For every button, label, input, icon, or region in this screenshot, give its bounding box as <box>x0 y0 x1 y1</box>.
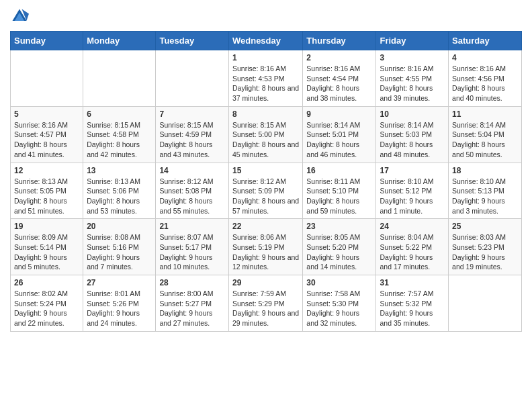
calendar-cell: 1Sunrise: 8:16 AM Sunset: 4:53 PM Daylig… <box>228 50 302 107</box>
day-info: Sunrise: 8:13 AM Sunset: 5:06 PM Dayligh… <box>87 177 152 216</box>
day-number: 9 <box>306 109 372 119</box>
weekday-header-sunday: Sunday <box>11 32 83 50</box>
day-info: Sunrise: 8:16 AM Sunset: 4:55 PM Dayligh… <box>380 64 445 103</box>
weekday-header-wednesday: Wednesday <box>228 32 302 50</box>
day-info: Sunrise: 8:04 AM Sunset: 5:22 PM Dayligh… <box>380 232 445 272</box>
calendar-cell: 17Sunrise: 8:10 AM Sunset: 5:12 PM Dayli… <box>376 163 449 219</box>
calendar-cell: 8Sunrise: 8:15 AM Sunset: 5:00 PM Daylig… <box>228 106 302 163</box>
calendar-week-row: 26Sunrise: 8:02 AM Sunset: 5:24 PM Dayli… <box>11 275 522 332</box>
day-number: 13 <box>87 166 152 175</box>
day-number: 21 <box>159 222 225 231</box>
calendar-cell: 2Sunrise: 8:16 AM Sunset: 4:54 PM Daylig… <box>303 50 376 107</box>
day-info: Sunrise: 8:12 AM Sunset: 5:08 PM Dayligh… <box>159 177 225 216</box>
calendar-cell: 21Sunrise: 8:07 AM Sunset: 5:17 PM Dayli… <box>156 219 229 275</box>
weekday-header-friday: Friday <box>376 32 449 50</box>
day-info: Sunrise: 8:05 AM Sunset: 5:20 PM Dayligh… <box>306 232 372 272</box>
day-number: 15 <box>232 166 299 175</box>
logo <box>10 7 32 26</box>
calendar-cell: 20Sunrise: 8:08 AM Sunset: 5:16 PM Dayli… <box>83 219 156 275</box>
day-info: Sunrise: 8:06 AM Sunset: 5:19 PM Dayligh… <box>232 232 299 272</box>
calendar-cell: 12Sunrise: 8:13 AM Sunset: 5:05 PM Dayli… <box>11 163 83 219</box>
day-number: 19 <box>14 222 79 231</box>
calendar-cell <box>83 50 156 107</box>
day-info: Sunrise: 7:57 AM Sunset: 5:32 PM Dayligh… <box>380 289 445 328</box>
day-info: Sunrise: 8:09 AM Sunset: 5:14 PM Dayligh… <box>14 232 79 272</box>
day-number: 3 <box>380 53 445 62</box>
calendar-cell: 4Sunrise: 8:16 AM Sunset: 4:56 PM Daylig… <box>449 50 522 107</box>
calendar-cell: 18Sunrise: 8:10 AM Sunset: 5:13 PM Dayli… <box>449 163 522 219</box>
calendar-cell: 24Sunrise: 8:04 AM Sunset: 5:22 PM Dayli… <box>376 219 449 275</box>
logo-icon <box>10 7 29 26</box>
day-number: 17 <box>380 166 445 175</box>
calendar-cell: 29Sunrise: 7:59 AM Sunset: 5:29 PM Dayli… <box>228 275 302 332</box>
calendar-cell: 22Sunrise: 8:06 AM Sunset: 5:19 PM Dayli… <box>228 219 302 275</box>
day-number: 6 <box>87 109 152 119</box>
day-number: 11 <box>452 109 518 119</box>
day-number: 27 <box>87 278 152 287</box>
weekday-header-tuesday: Tuesday <box>156 32 229 50</box>
day-number: 10 <box>380 109 445 119</box>
day-info: Sunrise: 8:14 AM Sunset: 5:04 PM Dayligh… <box>452 120 518 160</box>
day-number: 23 <box>306 222 372 231</box>
calendar-week-row: 12Sunrise: 8:13 AM Sunset: 5:05 PM Dayli… <box>11 163 522 219</box>
day-number: 16 <box>306 166 372 175</box>
calendar-cell: 25Sunrise: 8:03 AM Sunset: 5:23 PM Dayli… <box>449 219 522 275</box>
day-info: Sunrise: 8:14 AM Sunset: 5:01 PM Dayligh… <box>306 120 372 160</box>
day-info: Sunrise: 8:07 AM Sunset: 5:17 PM Dayligh… <box>159 232 225 272</box>
weekday-header-monday: Monday <box>83 32 156 50</box>
day-number: 31 <box>380 278 445 287</box>
calendar-table: SundayMondayTuesdayWednesdayThursdayFrid… <box>10 31 522 332</box>
day-number: 30 <box>306 278 372 287</box>
page-container: SundayMondayTuesdayWednesdayThursdayFrid… <box>0 0 532 338</box>
calendar-cell: 28Sunrise: 8:00 AM Sunset: 5:27 PM Dayli… <box>156 275 229 332</box>
calendar-cell <box>449 275 522 332</box>
day-number: 29 <box>232 278 299 287</box>
calendar-week-row: 19Sunrise: 8:09 AM Sunset: 5:14 PM Dayli… <box>11 219 522 275</box>
calendar-week-row: 5Sunrise: 8:16 AM Sunset: 4:57 PM Daylig… <box>11 106 522 163</box>
calendar-cell: 5Sunrise: 8:16 AM Sunset: 4:57 PM Daylig… <box>11 106 83 163</box>
day-number: 12 <box>14 166 79 175</box>
day-number: 1 <box>232 53 299 62</box>
day-number: 7 <box>159 109 225 119</box>
day-info: Sunrise: 8:16 AM Sunset: 4:54 PM Dayligh… <box>306 64 372 103</box>
day-info: Sunrise: 7:59 AM Sunset: 5:29 PM Dayligh… <box>232 289 299 328</box>
day-info: Sunrise: 8:12 AM Sunset: 5:09 PM Dayligh… <box>232 177 299 216</box>
day-number: 22 <box>232 222 299 231</box>
day-info: Sunrise: 8:00 AM Sunset: 5:27 PM Dayligh… <box>159 289 225 328</box>
day-number: 25 <box>452 222 518 231</box>
calendar-cell: 27Sunrise: 8:01 AM Sunset: 5:26 PM Dayli… <box>83 275 156 332</box>
calendar-cell: 26Sunrise: 8:02 AM Sunset: 5:24 PM Dayli… <box>11 275 83 332</box>
calendar-cell: 11Sunrise: 8:14 AM Sunset: 5:04 PM Dayli… <box>449 106 522 163</box>
day-info: Sunrise: 7:58 AM Sunset: 5:30 PM Dayligh… <box>306 289 372 328</box>
calendar-cell: 7Sunrise: 8:15 AM Sunset: 4:59 PM Daylig… <box>156 106 229 163</box>
day-number: 20 <box>87 222 152 231</box>
weekday-header-row: SundayMondayTuesdayWednesdayThursdayFrid… <box>11 32 522 50</box>
day-info: Sunrise: 8:02 AM Sunset: 5:24 PM Dayligh… <box>14 289 79 328</box>
weekday-header-saturday: Saturday <box>449 32 522 50</box>
day-info: Sunrise: 8:03 AM Sunset: 5:23 PM Dayligh… <box>452 232 518 272</box>
calendar-cell: 16Sunrise: 8:11 AM Sunset: 5:10 PM Dayli… <box>303 163 376 219</box>
page-header <box>10 7 522 26</box>
day-number: 2 <box>306 53 372 62</box>
day-info: Sunrise: 8:01 AM Sunset: 5:26 PM Dayligh… <box>87 289 152 328</box>
day-number: 4 <box>452 53 518 62</box>
day-info: Sunrise: 8:14 AM Sunset: 5:03 PM Dayligh… <box>380 120 445 160</box>
day-info: Sunrise: 8:15 AM Sunset: 4:58 PM Dayligh… <box>87 120 152 160</box>
day-number: 8 <box>232 109 299 119</box>
day-info: Sunrise: 8:13 AM Sunset: 5:05 PM Dayligh… <box>14 177 79 216</box>
day-info: Sunrise: 8:10 AM Sunset: 5:13 PM Dayligh… <box>452 177 518 216</box>
day-info: Sunrise: 8:16 AM Sunset: 4:56 PM Dayligh… <box>452 64 518 103</box>
day-info: Sunrise: 8:10 AM Sunset: 5:12 PM Dayligh… <box>380 177 445 216</box>
calendar-cell <box>156 50 229 107</box>
calendar-cell: 10Sunrise: 8:14 AM Sunset: 5:03 PM Dayli… <box>376 106 449 163</box>
calendar-week-row: 1Sunrise: 8:16 AM Sunset: 4:53 PM Daylig… <box>11 50 522 107</box>
day-number: 26 <box>14 278 79 287</box>
day-number: 5 <box>14 109 79 119</box>
day-number: 28 <box>159 278 225 287</box>
day-info: Sunrise: 8:15 AM Sunset: 5:00 PM Dayligh… <box>232 120 299 160</box>
calendar-cell: 31Sunrise: 7:57 AM Sunset: 5:32 PM Dayli… <box>376 275 449 332</box>
calendar-cell: 14Sunrise: 8:12 AM Sunset: 5:08 PM Dayli… <box>156 163 229 219</box>
calendar-cell: 23Sunrise: 8:05 AM Sunset: 5:20 PM Dayli… <box>303 219 376 275</box>
day-info: Sunrise: 8:11 AM Sunset: 5:10 PM Dayligh… <box>306 177 372 216</box>
weekday-header-thursday: Thursday <box>303 32 376 50</box>
